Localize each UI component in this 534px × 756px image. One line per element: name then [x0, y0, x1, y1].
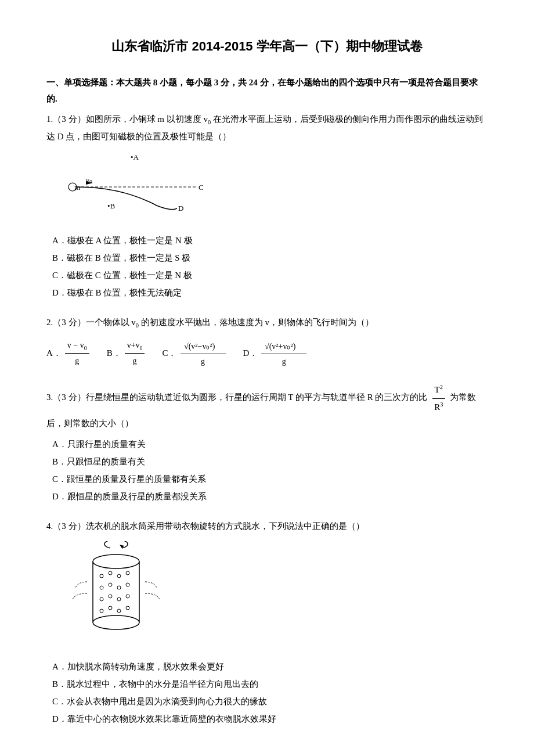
svg-point-17: [109, 571, 112, 575]
q1-option-c: C．磁极在 C 位置，极性一定是 N 极: [52, 267, 488, 284]
q3-option-b: B．只跟恒星的质量有关: [52, 453, 488, 470]
washer-svg: [70, 541, 163, 646]
q4-options: A．加快脱水筒转动角速度，脱水效果会更好 B．脱水过程中，衣物中的水分是沿半径方…: [52, 658, 488, 728]
svg-text:D: D: [178, 204, 183, 213]
q1-svg: •A m v₀ C •B D: [64, 150, 238, 226]
svg-point-30: [117, 609, 121, 613]
svg-point-24: [100, 597, 103, 601]
q1-option-a: A．磁极在 A 位置，极性一定是 N 极: [52, 232, 488, 249]
svg-point-25: [109, 595, 112, 598]
q4-text: 4.（3 分）洗衣机的脱水筒采用带动衣物旋转的方式脱水，下列说法中正确的是（）: [46, 518, 488, 535]
svg-text:•A: •A: [131, 153, 139, 161]
section1-header: 一、单项选择题：本大题共 8 小题，每小题 3 分，共 24 分，在每小题给出的…: [46, 74, 488, 107]
svg-point-27: [126, 595, 129, 598]
q4-option-a: A．加快脱水筒转动角速度，脱水效果会更好: [52, 658, 488, 675]
svg-text:√(v²+v₀²): √(v²+v₀²): [265, 342, 296, 351]
svg-point-29: [109, 606, 112, 610]
svg-point-19: [126, 571, 129, 575]
svg-text:C: C: [199, 183, 204, 192]
q2-option-b: B． v+v0 g: [107, 338, 145, 369]
q4-option-c: C．水会从衣物中甩出是因为水滴受到向心力很大的缘故: [52, 693, 488, 710]
question-1: 1.（3 分）如图所示，小钢球 m 以初速度 v0 在光滑水平面上运动，后受到磁…: [46, 111, 488, 301]
svg-point-20: [100, 586, 103, 589]
svg-point-21: [109, 583, 112, 586]
q2-option-c: C． √(v²−v₀²) g: [162, 337, 225, 369]
q1-option-b: B．磁极在 B 位置，极性一定是 S 极: [52, 249, 488, 267]
q2-option-a: A． v − v0 g: [46, 338, 89, 369]
svg-point-15: [93, 615, 139, 629]
q2-option-d: D． √(v²+v₀²) g: [243, 337, 307, 369]
q1-text: 1.（3 分）如图所示，小钢球 m 以初速度 v0 在光滑水平面上运动，后受到磁…: [46, 111, 488, 145]
svg-point-26: [117, 597, 121, 601]
q2-formulas: A． v − v0 g B． v+v0 g C． √(v²−v₀²) g D． …: [46, 337, 488, 369]
question-2: 2.（3 分）一个物体以 v0 的初速度水平抛出，落地速度为 v，则物体的飞行时…: [46, 314, 488, 369]
washer-diagram: [70, 541, 488, 651]
q3-option-d: D．跟恒星的质量及行星的质量都没关系: [52, 488, 488, 505]
q1-option-d: D．磁极在 B 位置，极性无法确定: [52, 284, 488, 301]
svg-point-18: [117, 574, 121, 578]
svg-point-16: [100, 574, 103, 578]
svg-point-22: [117, 586, 121, 589]
q3-options: A．只跟行星的质量有关 B．只跟恒星的质量有关 C．跟恒星的质量及行星的质量都有…: [52, 435, 488, 505]
q2-text: 2.（3 分）一个物体以 v0 的初速度水平抛出，落地速度为 v，则物体的飞行时…: [46, 314, 488, 332]
q4-option-b: B．脱水过程中，衣物中的水分是沿半径方向甩出去的: [52, 675, 488, 693]
svg-point-28: [100, 609, 103, 613]
svg-text:√(v²−v₀²): √(v²−v₀²): [184, 342, 215, 351]
svg-text:•B: •B: [107, 201, 116, 210]
svg-point-23: [126, 583, 129, 586]
question-4: 4.（3 分）洗衣机的脱水筒采用带动衣物旋转的方式脱水，下列说法中正确的是（）: [46, 518, 488, 728]
svg-point-31: [126, 606, 129, 610]
q3-option-a: A．只跟行星的质量有关: [52, 435, 488, 453]
svg-point-12: [93, 555, 139, 568]
q1-options: A．磁极在 A 位置，极性一定是 N 极 B．磁极在 B 位置，极性一定是 S …: [52, 232, 488, 301]
q4-option-d: D．靠近中心的衣物脱水效果比靠近筒壁的衣物脱水效果好: [52, 710, 488, 728]
q3-text: 3.（3 分）行星绕恒星的运动轨道近似为圆形，行星的运行周期 T 的平方与轨道半…: [46, 381, 488, 432]
q1-diagram: •A m v₀ C •B D: [64, 150, 238, 226]
question-3: 3.（3 分）行星绕恒星的运动轨道近似为圆形，行星的运行周期 T 的平方与轨道半…: [46, 381, 488, 505]
page-title: 山东省临沂市 2014-2015 学年高一（下）期中物理试卷: [46, 35, 488, 58]
q3-option-c: C．跟恒星的质量及行星的质量都有关系: [52, 470, 488, 488]
